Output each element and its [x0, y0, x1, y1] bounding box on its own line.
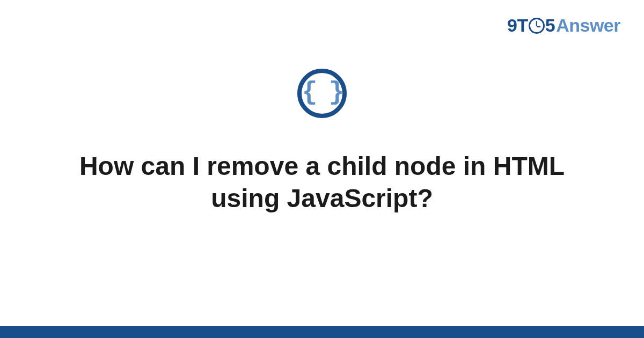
footer-bar: [0, 326, 644, 338]
clock-icon: [529, 18, 545, 34]
question-title: How can I remove a child node in HTML us…: [64, 150, 580, 215]
main-content: { } How can I remove a child node in HTM…: [0, 69, 644, 215]
code-braces-icon: { }: [297, 69, 347, 118]
braces-glyph: { }: [302, 78, 342, 107]
logo-text-answer: Answer: [556, 15, 620, 36]
logo-text-9t: 9T: [507, 15, 528, 36]
site-logo: 9T 5 Answer: [507, 15, 620, 36]
logo-text-5: 5: [545, 15, 555, 36]
